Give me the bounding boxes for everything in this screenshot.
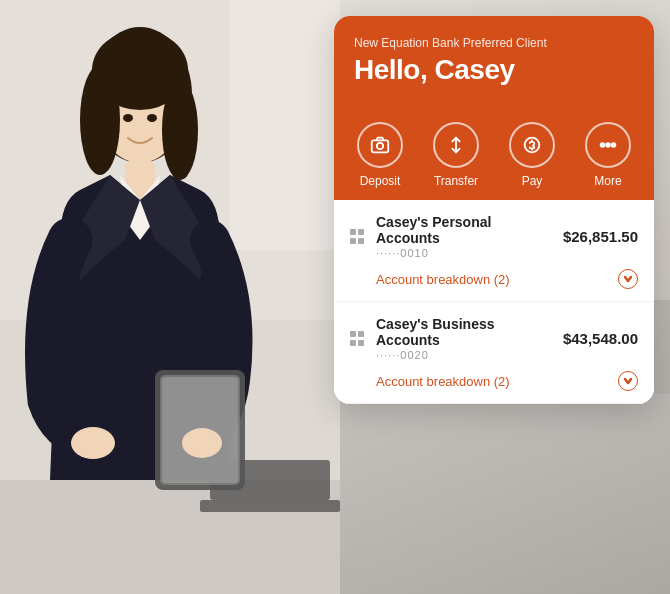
personal-account-section: Casey's Personal Accounts ······0010 $26…: [334, 200, 654, 302]
svg-rect-4: [200, 500, 340, 512]
svg-point-11: [123, 114, 133, 122]
business-account-section: Casey's Business Accounts ······0020 $43…: [334, 302, 654, 404]
svg-point-20: [377, 143, 383, 149]
transfer-icon: [445, 134, 467, 156]
more-label: More: [594, 174, 621, 188]
svg-point-24: [612, 143, 616, 147]
banking-card: New Equation Bank Preferred Client Hello…: [334, 16, 654, 404]
business-account-row: Casey's Business Accounts ······0020 $43…: [334, 302, 654, 365]
business-account-balance: $43,548.00: [563, 330, 638, 347]
more-icon-circle: [585, 122, 631, 168]
deposit-button[interactable]: Deposit: [357, 122, 403, 188]
personal-account-number: ······0010: [376, 247, 553, 259]
business-account-number: ······0020: [376, 349, 553, 361]
deposit-label: Deposit: [360, 174, 401, 188]
business-chevron-button[interactable]: [618, 371, 638, 391]
pay-label: Pay: [522, 174, 543, 188]
personal-account-balance: $26,851.50: [563, 228, 638, 245]
chevron-down-icon: [623, 274, 633, 284]
action-buttons-row: Deposit Transfer Pay: [334, 106, 654, 200]
svg-point-23: [606, 143, 610, 147]
personal-account-info: Casey's Personal Accounts ······0010: [376, 214, 553, 259]
camera-icon: [369, 134, 391, 156]
business-account-info: Casey's Business Accounts ······0020: [376, 316, 553, 361]
personal-breakdown-link[interactable]: Account breakdown (2): [376, 272, 510, 287]
personal-account-row: Casey's Personal Accounts ······0010 $26…: [334, 200, 654, 263]
pay-button[interactable]: Pay: [509, 122, 555, 188]
pay-icon-circle: [509, 122, 555, 168]
deposit-icon-circle: [357, 122, 403, 168]
card-header: New Equation Bank Preferred Client Hello…: [334, 16, 654, 106]
svg-point-22: [601, 143, 605, 147]
business-breakdown-link[interactable]: Account breakdown (2): [376, 374, 510, 389]
greeting-text: Hello, Casey: [354, 54, 634, 86]
pay-icon: [521, 134, 543, 156]
grid-icon-business: [350, 331, 366, 347]
grid-icon-personal: [350, 229, 366, 245]
business-account-name: Casey's Business Accounts: [376, 316, 553, 348]
more-button[interactable]: More: [585, 122, 631, 188]
personal-chevron-button[interactable]: [618, 269, 638, 289]
personal-account-name: Casey's Personal Accounts: [376, 214, 553, 246]
business-breakdown-row: Account breakdown (2): [334, 365, 654, 403]
bank-subtitle: New Equation Bank Preferred Client: [354, 36, 634, 50]
accounts-list: Casey's Personal Accounts ······0010 $26…: [334, 200, 654, 404]
svg-point-10: [92, 30, 188, 110]
chevron-down-icon-2: [623, 376, 633, 386]
svg-point-12: [147, 114, 157, 122]
transfer-label: Transfer: [434, 174, 478, 188]
svg-point-18: [182, 428, 222, 458]
svg-point-17: [71, 427, 115, 459]
more-icon: [597, 134, 619, 156]
transfer-icon-circle: [433, 122, 479, 168]
transfer-button[interactable]: Transfer: [433, 122, 479, 188]
personal-breakdown-row: Account breakdown (2): [334, 263, 654, 301]
svg-rect-2: [230, 0, 340, 250]
